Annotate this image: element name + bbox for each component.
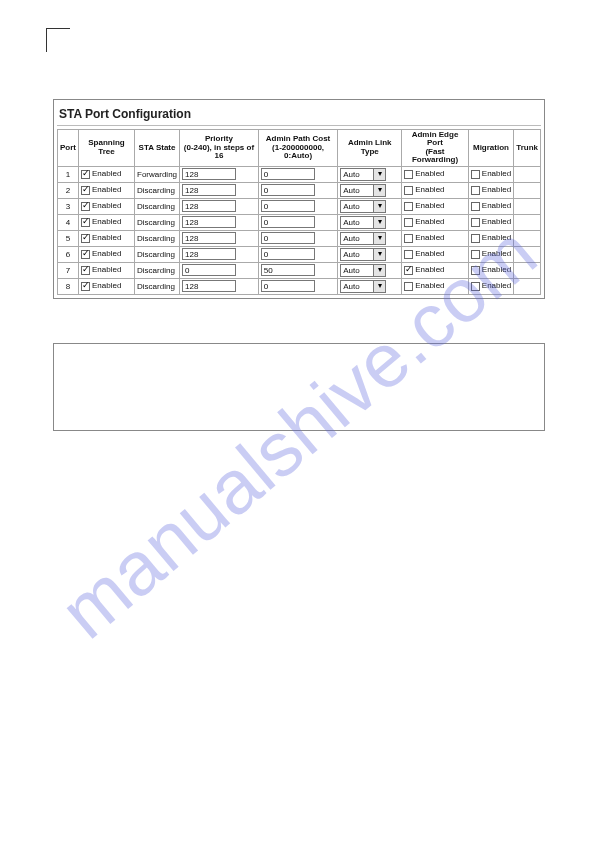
priority-input[interactable]: 128 [182,280,236,292]
blank-panel [53,343,545,431]
edgeport-checkbox[interactable] [404,186,413,195]
priority-input[interactable]: 128 [182,216,236,228]
chevron-down-icon[interactable]: ▾ [373,217,385,228]
priority-input[interactable]: 128 [182,232,236,244]
spanning-checkbox[interactable] [81,218,90,227]
cell-migration: Enabled [468,230,513,246]
cell-trunk [514,198,541,214]
edgeport-checkbox[interactable] [404,250,413,259]
spanning-checkbox[interactable] [81,170,90,179]
migration-label: Enabled [482,169,511,178]
priority-input[interactable]: 128 [182,184,236,196]
chevron-down-icon[interactable]: ▾ [373,265,385,276]
crop-mark [46,28,70,52]
chevron-down-icon[interactable]: ▾ [373,169,385,180]
migration-checkbox[interactable] [471,266,480,275]
cell-spanning: Enabled [79,246,135,262]
cell-spanning: Enabled [79,182,135,198]
config-panel: STA Port Configuration Port Spanning Tre… [53,99,545,299]
pathcost-input[interactable]: 0 [261,232,315,244]
migration-checkbox[interactable] [471,250,480,259]
cell-migration: Enabled [468,166,513,182]
migration-checkbox[interactable] [471,218,480,227]
cell-pathcost: 0 [258,166,337,182]
edgeport-checkbox[interactable] [404,234,413,243]
migration-checkbox[interactable] [471,234,480,243]
cell-priority: 128 [180,166,259,182]
spanning-checkbox[interactable] [81,250,90,259]
migration-checkbox[interactable] [471,186,480,195]
linktype-select[interactable]: Auto▾ [340,232,386,245]
spanning-checkbox[interactable] [81,266,90,275]
th-pathcost: Admin Path Cost (1-200000000, 0:Auto) [258,130,337,167]
linktype-select[interactable]: Auto▾ [340,280,386,293]
pathcost-input[interactable]: 0 [261,168,315,180]
pathcost-input[interactable]: 0 [261,248,315,260]
config-table: Port Spanning Tree STA State Priority (0… [57,129,541,295]
header-row: Port Spanning Tree STA State Priority (0… [58,130,541,167]
th-port: Port [58,130,79,167]
pathcost-input[interactable]: 0 [261,216,315,228]
chevron-down-icon[interactable]: ▾ [373,249,385,260]
cell-spanning: Enabled [79,230,135,246]
linktype-value: Auto [341,282,373,291]
edgeport-label: Enabled [415,185,444,194]
edgeport-label: Enabled [415,217,444,226]
th-spanning: Spanning Tree [79,130,135,167]
priority-input[interactable]: 128 [182,200,236,212]
edgeport-checkbox[interactable] [404,266,413,275]
migration-label: Enabled [482,281,511,290]
spanning-checkbox[interactable] [81,282,90,291]
cell-edgeport: Enabled [402,182,469,198]
pathcost-input[interactable]: 0 [261,280,315,292]
chevron-down-icon[interactable]: ▾ [373,233,385,244]
table-row: 1EnabledForwarding1280Auto▾EnabledEnable… [58,166,541,182]
linktype-select[interactable]: Auto▾ [340,200,386,213]
priority-input[interactable]: 0 [182,264,236,276]
chevron-down-icon[interactable]: ▾ [373,201,385,212]
spanning-checkbox[interactable] [81,234,90,243]
chevron-down-icon[interactable]: ▾ [373,185,385,196]
pathcost-input[interactable]: 0 [261,200,315,212]
edgeport-label: Enabled [415,249,444,258]
edgeport-checkbox[interactable] [404,202,413,211]
spanning-label: Enabled [92,233,121,242]
migration-checkbox[interactable] [471,202,480,211]
edgeport-checkbox[interactable] [404,282,413,291]
migration-checkbox[interactable] [471,170,480,179]
cell-linktype: Auto▾ [338,262,402,278]
th-state: STA State [135,130,180,167]
table-row: 7EnabledDiscarding050Auto▾EnabledEnabled [58,262,541,278]
cell-migration: Enabled [468,278,513,294]
cell-linktype: Auto▾ [338,198,402,214]
edgeport-checkbox[interactable] [404,170,413,179]
th-pathcost-sub: (1-200000000, 0:Auto) [272,143,324,160]
linktype-value: Auto [341,202,373,211]
priority-input[interactable]: 128 [182,168,236,180]
pathcost-input[interactable]: 0 [261,184,315,196]
spanning-checkbox[interactable] [81,186,90,195]
cell-spanning: Enabled [79,278,135,294]
cell-pathcost: 0 [258,182,337,198]
pathcost-input[interactable]: 50 [261,264,315,276]
edgeport-checkbox[interactable] [404,218,413,227]
linktype-select[interactable]: Auto▾ [340,184,386,197]
cell-priority: 128 [180,278,259,294]
linktype-value: Auto [341,186,373,195]
chevron-down-icon[interactable]: ▾ [373,281,385,292]
cell-port: 6 [58,246,79,262]
table-row: 5EnabledDiscarding1280Auto▾EnabledEnable… [58,230,541,246]
cell-linktype: Auto▾ [338,182,402,198]
cell-migration: Enabled [468,246,513,262]
linktype-select[interactable]: Auto▾ [340,216,386,229]
cell-pathcost: 50 [258,262,337,278]
linktype-select[interactable]: Auto▾ [340,248,386,261]
spanning-label: Enabled [92,217,121,226]
linktype-select[interactable]: Auto▾ [340,264,386,277]
priority-input[interactable]: 128 [182,248,236,260]
migration-checkbox[interactable] [471,282,480,291]
edgeport-label: Enabled [415,201,444,210]
cell-trunk [514,246,541,262]
linktype-select[interactable]: Auto▾ [340,168,386,181]
spanning-checkbox[interactable] [81,202,90,211]
